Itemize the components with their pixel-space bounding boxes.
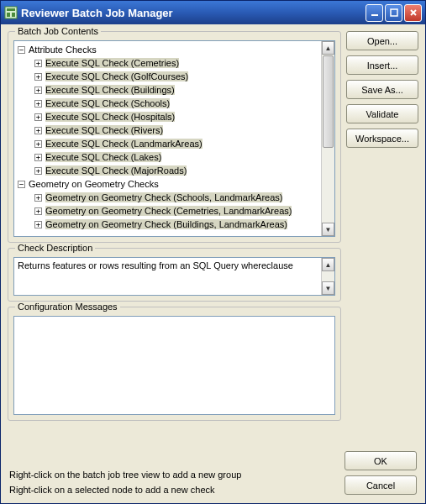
check-description-group: Check Description Returns features or ro… — [8, 248, 341, 302]
open-button[interactable]: Open... — [346, 31, 418, 50]
collapse-icon[interactable]: − — [18, 181, 25, 188]
scroll-track[interactable] — [322, 55, 334, 223]
maximize-button[interactable] — [385, 4, 402, 22]
hint-text-2: Right-click on a selected node to add a … — [9, 485, 344, 495]
tree-item[interactable]: +Geometry on Geometry Check (Schools, La… — [16, 191, 321, 204]
expand-icon[interactable]: + — [34, 167, 42, 175]
svg-rect-3 — [12, 13, 15, 17]
tree-item[interactable]: +Execute SQL Check (Rivers) — [16, 123, 321, 137]
titlebar[interactable]: Reviewer Batch Job Manager — [1, 1, 425, 24]
hint-area: Right-click on the batch job tree view t… — [9, 470, 344, 495]
tree-item[interactable]: +Execute SQL Check (Hospitals) — [16, 110, 321, 123]
scroll-track[interactable] — [322, 271, 334, 281]
validate-button[interactable]: Validate — [346, 104, 418, 123]
tree-item-label: Execute SQL Check (GolfCourses) — [45, 71, 188, 81]
svg-rect-4 — [371, 14, 378, 16]
expand-icon[interactable]: + — [34, 194, 42, 202]
window-buttons — [366, 4, 422, 22]
check-description-label: Check Description — [15, 243, 95, 253]
workspace-button[interactable]: Workspace... — [346, 129, 418, 148]
tree-group-geometry-checks[interactable]: − Geometry on Geometry Checks — [16, 177, 321, 191]
tree-item-label: Execute SQL Check (Buildings) — [45, 85, 175, 95]
tree-item-label: Geometry on Geometry Check (Cemetries, L… — [45, 206, 292, 216]
save-as-button[interactable]: Save As... — [346, 80, 418, 99]
svg-rect-5 — [391, 9, 397, 16]
batch-job-contents-label: Batch Job Contents — [15, 26, 101, 36]
window-frame: Reviewer Batch Job Manager Batch Job Con… — [0, 0, 426, 504]
expand-icon[interactable]: + — [34, 73, 42, 81]
expand-icon[interactable]: + — [34, 221, 42, 228]
batch-job-contents-group: Batch Job Contents − Attribute Checks +E… — [8, 31, 341, 243]
tree-item-label: Execute SQL Check (Cemetries) — [45, 58, 179, 68]
client-area: Batch Job Contents − Attribute Checks +E… — [1, 24, 425, 448]
tree-item[interactable]: +Execute SQL Check (GolfCourses) — [16, 70, 321, 83]
expand-icon[interactable]: + — [34, 87, 42, 94]
tree-item-label: Geometry on Geometry Check (Buildings, L… — [45, 219, 287, 229]
configuration-messages-box — [13, 316, 335, 415]
tree-scrollbar[interactable]: ▲ ▼ — [321, 41, 334, 236]
tree-item-label: Execute SQL Check (Rivers) — [45, 125, 163, 135]
close-button[interactable] — [404, 4, 422, 22]
desc-scrollbar[interactable]: ▲ ▼ — [321, 258, 334, 295]
tree-group-label: Attribute Checks — [29, 45, 97, 55]
expand-icon[interactable]: + — [34, 113, 42, 121]
tree-item[interactable]: +Execute SQL Check (Buildings) — [16, 83, 321, 97]
cancel-button[interactable]: Cancel — [344, 475, 417, 495]
window-title: Reviewer Batch Job Manager — [21, 7, 366, 19]
tree-item-label: Execute SQL Check (MajorRoads) — [45, 165, 187, 176]
spacer — [346, 153, 418, 441]
configuration-messages-label: Configuration Messages — [15, 302, 120, 312]
tree-item-label: Execute SQL Check (Schools) — [45, 98, 170, 108]
scroll-down-icon[interactable]: ▼ — [322, 223, 334, 236]
tree-container: − Attribute Checks +Execute SQL Check (C… — [13, 40, 335, 237]
configuration-messages-group: Configuration Messages — [8, 307, 341, 421]
scroll-thumb[interactable] — [323, 55, 334, 148]
expand-icon[interactable]: + — [34, 140, 42, 148]
batch-job-tree[interactable]: − Attribute Checks +Execute SQL Check (C… — [14, 41, 321, 236]
scroll-up-icon[interactable]: ▲ — [322, 258, 334, 271]
tree-item[interactable]: +Execute SQL Check (LandmarkAreas) — [16, 137, 321, 150]
expand-icon[interactable]: + — [34, 100, 42, 108]
tree-item[interactable]: +Execute SQL Check (Schools) — [16, 97, 321, 110]
expand-icon[interactable]: + — [34, 60, 42, 67]
side-button-column: Open... Insert... Save As... Validate Wo… — [346, 31, 418, 441]
tree-item[interactable]: +Execute SQL Check (Cemetries) — [16, 56, 321, 70]
expand-icon[interactable]: + — [34, 127, 42, 134]
tree-item-label: Execute SQL Check (LandmarkAreas) — [45, 139, 202, 149]
svg-rect-2 — [7, 13, 10, 17]
check-description-text: Returns features or rows resulting from … — [14, 258, 321, 295]
minimize-button[interactable] — [366, 4, 383, 22]
footer: Right-click on the batch job tree view t… — [1, 448, 425, 503]
tree-item[interactable]: +Geometry on Geometry Check (Cemetries, … — [16, 204, 321, 218]
scroll-up-icon[interactable]: ▲ — [322, 41, 334, 55]
footer-buttons: OK Cancel — [344, 451, 417, 495]
tree-item-label: Geometry on Geometry Check (Schools, Lan… — [45, 192, 282, 202]
hint-text-1: Right-click on the batch job tree view t… — [9, 470, 344, 480]
collapse-icon[interactable]: − — [18, 46, 25, 54]
expand-icon[interactable]: + — [34, 154, 42, 161]
tree-group-label: Geometry on Geometry Checks — [29, 179, 159, 189]
tree-item[interactable]: +Geometry on Geometry Check (Buildings, … — [16, 218, 321, 231]
app-icon — [4, 6, 18, 19]
main-column: Batch Job Contents − Attribute Checks +E… — [8, 31, 341, 441]
tree-item-label: Execute SQL Check (Hospitals) — [45, 112, 175, 122]
tree-group-attribute-checks[interactable]: − Attribute Checks — [16, 43, 321, 56]
svg-rect-1 — [7, 8, 15, 11]
expand-icon[interactable]: + — [34, 207, 42, 215]
scroll-down-icon[interactable]: ▼ — [322, 281, 334, 295]
tree-item-label: Execute SQL Check (Lakes) — [45, 152, 161, 162]
tree-item[interactable]: +Execute SQL Check (Lakes) — [16, 150, 321, 164]
tree-item[interactable]: +Execute SQL Check (MajorRoads) — [16, 164, 321, 177]
check-description-box: Returns features or rows resulting from … — [13, 257, 335, 296]
ok-button[interactable]: OK — [344, 451, 417, 470]
insert-button[interactable]: Insert... — [346, 55, 418, 75]
